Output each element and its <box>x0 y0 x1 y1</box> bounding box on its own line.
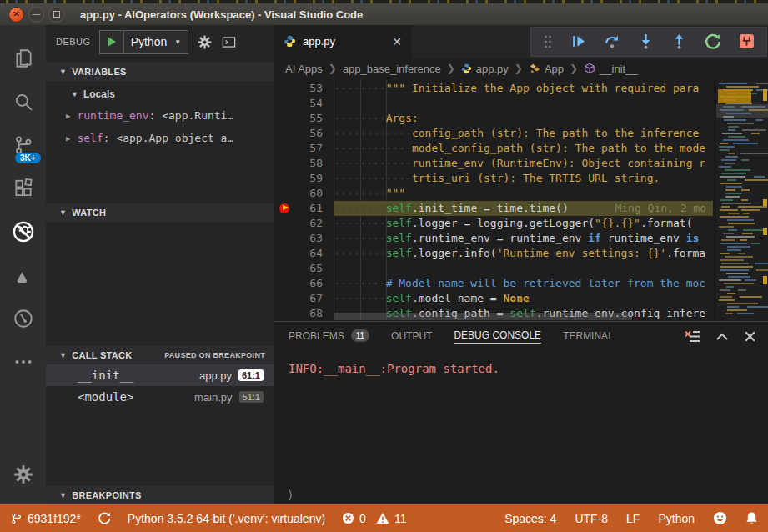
code-line[interactable]: 65 <box>274 261 713 276</box>
code-line[interactable]: 61········self.init_time = time.time()Mi… <box>274 201 713 216</box>
tab-terminal[interactable]: TERMINAL <box>563 330 614 344</box>
variables-section-header[interactable]: ▼ VARIABLES <box>46 63 274 81</box>
start-debug-icon[interactable] <box>100 36 123 48</box>
code-scroll-area[interactable]: 53········""" Initialize the App object … <box>274 79 713 321</box>
indentation-status[interactable]: Spaces: 4 <box>504 512 556 525</box>
code-line[interactable]: 53········""" Initialize the App object … <box>274 81 713 96</box>
gutter[interactable]: 63 <box>274 231 334 246</box>
activity-test-button[interactable] <box>5 253 42 297</box>
code-line[interactable]: 55········Args: <box>274 111 713 126</box>
configure-gear-button[interactable] <box>197 34 213 50</box>
code-editor[interactable]: 53········""" Initialize the App object … <box>274 79 768 321</box>
frame-name: <module> <box>78 390 133 404</box>
tab-debug-console[interactable]: DEBUG CONSOLE <box>454 329 541 344</box>
activity-settings-button[interactable] <box>5 453 42 496</box>
tab-problems[interactable]: PROBLEMS 11 <box>289 329 369 344</box>
activity-explorer-button[interactable] <box>5 37 42 80</box>
gutter[interactable]: 55 <box>274 111 334 126</box>
minimap-marker <box>763 199 767 206</box>
encoding-label: UTF-8 <box>575 512 608 525</box>
minimap-viewport[interactable] <box>716 104 768 118</box>
activity-search-button[interactable] <box>5 80 42 123</box>
code-line[interactable]: 54 <box>274 96 713 111</box>
open-debug-console-button[interactable] <box>221 34 237 50</box>
gutter[interactable]: 68 <box>274 306 334 321</box>
sync-status[interactable] <box>98 512 111 525</box>
code-line[interactable]: 62········self.logger = logging.getLogge… <box>274 216 713 231</box>
maximize-panel-button[interactable] <box>715 331 729 343</box>
code-line[interactable]: 64········self.logger.info('Runtime env … <box>274 246 713 261</box>
breadcrumb-file[interactable]: app.py <box>461 63 509 75</box>
restart-button[interactable] <box>705 33 721 50</box>
disconnect-button[interactable] <box>739 33 755 49</box>
encoding-status[interactable]: UTF-8 <box>575 512 608 525</box>
gutter[interactable]: 62 <box>274 216 334 231</box>
stack-frame-row[interactable]: __init__ app.py 61:1 <box>46 364 274 386</box>
code-line[interactable]: 66········# Model name will be retrieved… <box>274 276 713 291</box>
code-line[interactable]: 59············trtis_uri (str): The TRTIS… <box>274 171 713 186</box>
activity-debug-button[interactable] <box>5 210 42 253</box>
gutter[interactable]: 53 <box>274 81 334 96</box>
window-maximize-button[interactable] <box>48 7 64 23</box>
watch-section-header[interactable]: ▼ WATCH <box>46 203 274 222</box>
tab-app-py[interactable]: app.py ✕ <box>274 25 412 58</box>
window-close-button[interactable]: ✕ <box>8 7 24 23</box>
tab-output[interactable]: OUTPUT <box>391 330 432 344</box>
gutter[interactable]: 56 <box>274 126 334 141</box>
gutter[interactable]: 59 <box>274 171 334 186</box>
console-input-prompt[interactable]: ⟩ <box>287 488 294 501</box>
variable-value: : <app.App object a… <box>103 132 234 144</box>
breakpoint-current-frame-icon[interactable] <box>279 203 289 213</box>
tab-close-icon[interactable]: ✕ <box>392 35 402 48</box>
gutter[interactable]: 64 <box>274 246 334 261</box>
gutter[interactable]: 58 <box>274 156 334 171</box>
activity-gauge-button[interactable] <box>5 297 42 340</box>
gutter[interactable]: 66 <box>274 276 334 291</box>
code-line[interactable]: 57············model_config_path (str): T… <box>274 141 713 156</box>
step-over-button[interactable] <box>604 33 620 49</box>
gutter[interactable]: 57 <box>274 141 334 156</box>
window-minimize-button[interactable]: — <box>28 7 44 23</box>
gutter[interactable]: 65 <box>274 261 334 276</box>
eol-status[interactable]: LF <box>626 512 640 525</box>
code-line[interactable]: 63········self.runtime_env = runtime_env… <box>274 231 713 246</box>
gutter[interactable]: 60 <box>274 186 334 201</box>
call-stack-section-header[interactable]: ▼ CALL STACK PAUSED ON BREAKPOINT <box>46 346 274 364</box>
launch-config-dropdown[interactable]: Python ▼ <box>99 30 189 54</box>
breadcrumb-class[interactable]: App <box>529 63 564 75</box>
horizontal-scrollbar[interactable] <box>334 313 632 320</box>
variable-row[interactable]: ▶ runtime_env: <app.Runti… <box>46 104 274 127</box>
stack-frame-row[interactable]: <module> main.py 51:1 <box>46 386 274 408</box>
variable-row[interactable]: ▶ self: <app.App object a… <box>46 127 274 149</box>
activity-extensions-button[interactable] <box>5 167 42 210</box>
feedback-button[interactable] <box>713 511 727 525</box>
gutter[interactable]: 54 <box>274 96 334 111</box>
activity-source-control-button[interactable]: 3K+ <box>5 123 42 167</box>
gutter[interactable]: 67 <box>274 291 334 306</box>
git-branch-status[interactable]: 6931f192* <box>10 512 81 525</box>
language-mode-status[interactable]: Python <box>658 512 695 525</box>
variables-scope-locals[interactable]: ▼ Locals <box>46 84 274 104</box>
gutter[interactable]: 61 <box>274 201 334 216</box>
breadcrumb-root[interactable]: AI Apps <box>285 63 323 75</box>
close-panel-button[interactable] <box>744 330 756 343</box>
continue-button[interactable] <box>570 33 586 49</box>
step-into-button[interactable] <box>638 33 654 49</box>
breadcrumb-folder[interactable]: app_base_inference <box>343 63 441 75</box>
code-line[interactable]: 56············config_path (str): The pat… <box>274 126 713 141</box>
clear-console-button[interactable] <box>684 329 700 344</box>
breadcrumb-method[interactable]: __init__ <box>584 63 638 75</box>
activity-more-button[interactable] <box>5 340 42 384</box>
toolbar-drag-handle[interactable] <box>543 34 553 49</box>
notifications-button[interactable] <box>745 511 758 525</box>
breadcrumb-label: app_base_inference <box>343 63 441 75</box>
breakpoints-section-header[interactable]: ▼ BREAKPOINTS <box>46 486 274 504</box>
problems-status[interactable]: 0 11 <box>342 512 406 525</box>
minimap-marker <box>763 276 767 284</box>
python-interpreter-status[interactable]: Python 3.5.2 64-bit ('.venv': virtualenv… <box>128 512 325 525</box>
step-out-button[interactable] <box>671 33 687 49</box>
code-line[interactable]: 58············runtime_env (RuntimeEnv): … <box>274 156 713 171</box>
code-line[interactable]: 67········self.model_name = None <box>274 291 713 306</box>
code-line[interactable]: 60········""" <box>274 186 713 201</box>
minimap[interactable] <box>713 79 768 321</box>
